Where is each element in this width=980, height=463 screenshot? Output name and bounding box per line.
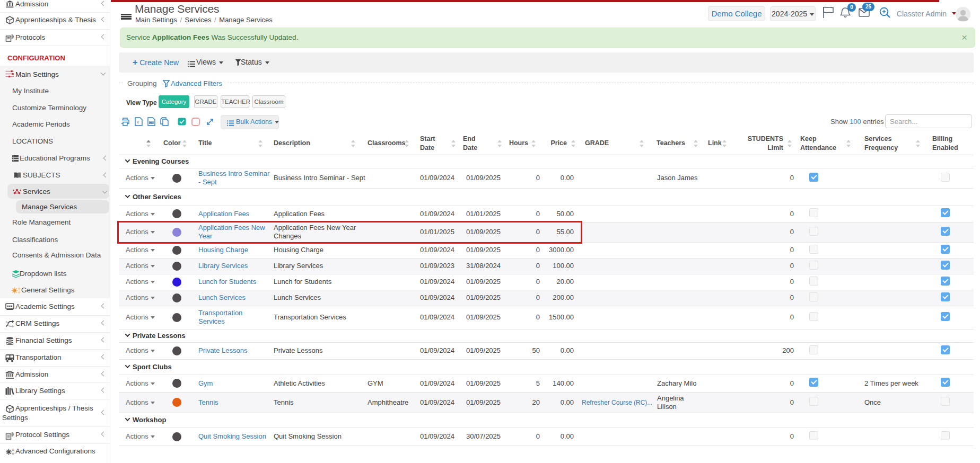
svg-text:x: x: [137, 120, 139, 124]
svg-text:CSV: CSV: [150, 121, 154, 124]
